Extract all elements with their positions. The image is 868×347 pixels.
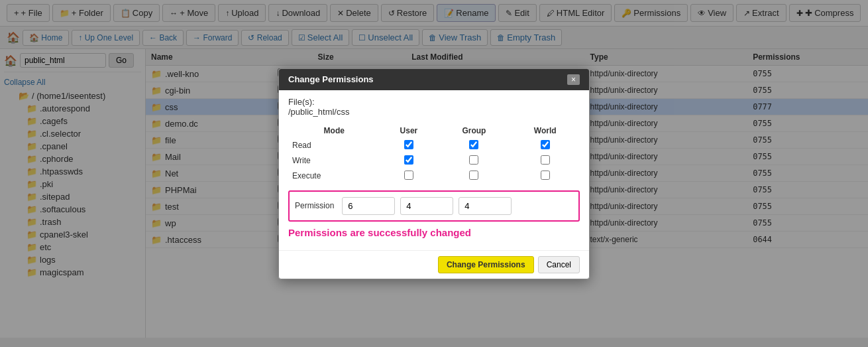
dialog-title-text: Change Permissions	[288, 74, 374, 84]
file-path-info: File(s): /public_html/css	[288, 97, 580, 117]
dialog-footer: Change Permissions Cancel	[279, 250, 589, 279]
read-label: Read	[288, 138, 380, 153]
user-header: User	[380, 123, 438, 138]
read-user-checkbox[interactable]	[404, 140, 413, 149]
execute-group-checkbox[interactable]	[469, 171, 478, 180]
write-group-checkbox[interactable]	[469, 155, 478, 165]
perm-world-input[interactable]	[459, 197, 512, 215]
cancel-button[interactable]: Cancel	[538, 256, 580, 273]
write-row: Write	[288, 153, 580, 169]
perm-group-input[interactable]	[400, 197, 453, 215]
permissions-table: Mode User Group World Read Write	[288, 123, 580, 184]
read-world-checkbox[interactable]	[541, 140, 550, 149]
execute-row: Execute	[288, 169, 580, 184]
world-header: World	[510, 123, 580, 138]
change-permissions-button[interactable]: Change Permissions	[438, 256, 534, 273]
perm-user-input[interactable]	[342, 197, 395, 215]
change-permissions-dialog: Change Permissions × File(s): /public_ht…	[278, 68, 590, 279]
read-row: Read	[288, 138, 580, 153]
execute-world-checkbox[interactable]	[541, 171, 550, 180]
write-label: Write	[288, 153, 380, 169]
group-header: Group	[437, 123, 510, 138]
write-world-checkbox[interactable]	[541, 155, 550, 165]
success-message: Permissions are successfully changed	[288, 227, 580, 238]
read-group-checkbox[interactable]	[469, 140, 478, 149]
dialog-title-bar: Change Permissions ×	[279, 69, 589, 90]
dialog-close-button[interactable]: ×	[567, 74, 580, 85]
dialog-overlay: Change Permissions × File(s): /public_ht…	[0, 0, 868, 347]
execute-user-checkbox[interactable]	[404, 171, 413, 180]
dialog-body: File(s): /public_html/css Mode User Grou…	[279, 90, 589, 250]
execute-label: Execute	[288, 169, 380, 184]
permission-inputs-row: Permission	[288, 190, 580, 222]
mode-header: Mode	[288, 123, 380, 138]
write-user-checkbox[interactable]	[404, 155, 413, 165]
permission-label: Permission	[295, 201, 334, 210]
